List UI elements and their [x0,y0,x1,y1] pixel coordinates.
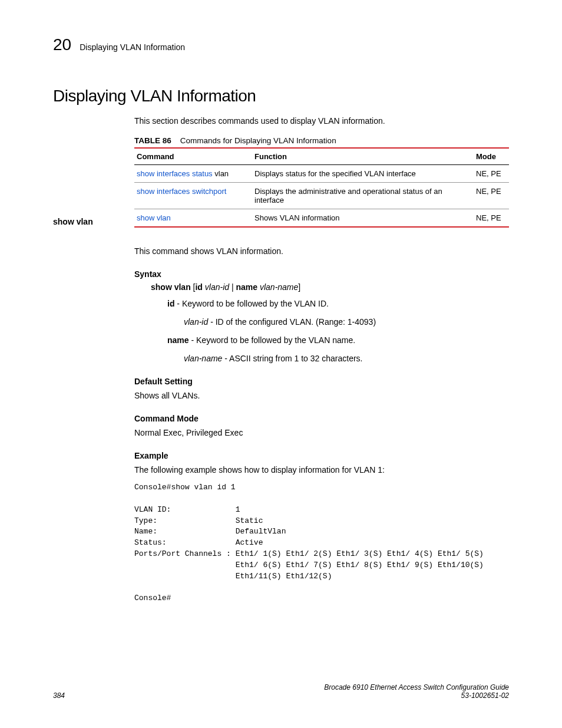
syntax-vlanname: vlan-name - ASCII string from 1 to 32 ch… [184,353,509,365]
syntax-line: show vlan [id vlan-id | name vlan-name] [151,282,509,292]
table-row: show vlan Shows VLAN information NE, PE [134,209,509,228]
header-title: Displaying VLAN Information [80,42,185,52]
table-caption-text: Commands for Displaying VLAN Information [180,136,336,145]
intro-text: This section describes commands used to … [134,116,509,126]
th-mode: Mode [474,148,509,165]
th-command: Command [134,148,252,165]
chapter-number: 20 [53,35,71,54]
example-heading: Example [134,451,509,460]
cmd-mode: NE, PE [474,209,509,228]
cmd-function: Displays the administrative and operatio… [252,183,474,209]
default-text: Shows all VLANs. [134,390,509,402]
table-caption: TABLE 86 Commands for Displaying VLAN In… [134,136,509,145]
example-text: The following example shows how to displ… [134,464,509,476]
cmdmode-text: Normal Exec, Privileged Exec [134,427,509,439]
page-footer: 384 Brocade 6910 Ethernet Access Switch … [53,683,509,700]
console-output: Console#show vlan id 1 VLAN ID: 1 Type: … [134,482,509,604]
syntax-vlanid: vlan-id - ID of the configured VLAN. (Ra… [184,316,509,328]
syntax-id: id - Keyword to be followed by the VLAN … [167,298,509,310]
cmdmode-heading: Command Mode [134,414,509,423]
syntax-heading: Syntax [134,269,509,279]
default-heading: Default Setting [134,377,509,386]
commands-table: Command Function Mode show interfaces st… [134,147,509,228]
cmd-link[interactable]: show interfaces status [137,169,213,178]
table-label: TABLE 86 [134,136,171,145]
footer-book: Brocade 6910 Ethernet Access Switch Conf… [324,683,509,691]
cmd-function: Shows VLAN information [252,209,474,228]
table-row: show interfaces status vlan Displays sta… [134,165,509,183]
syntax-name: name - Keyword to be followed by the VLA… [167,334,509,347]
th-function: Function [252,148,474,165]
cmd-function: Displays status for the specified VLAN i… [252,165,474,183]
footer-docnum: 53-1002651-02 [324,691,509,700]
cmd-mode: NE, PE [474,165,509,183]
table-row: show interfaces switchport Displays the … [134,183,509,209]
cmd-mode: NE, PE [474,183,509,209]
sidebar-command-label: show vlan [53,217,93,226]
cmd-tail: vlan [213,169,229,178]
cmd-link[interactable]: show interfaces switchport [137,187,226,196]
cmd-link[interactable]: show vlan [137,213,171,222]
command-description: This command shows VLAN information. [134,245,509,258]
main-heading: Displaying VLAN Information [53,87,509,106]
page-number: 384 [53,691,65,700]
page-header: 20 Displaying VLAN Information [53,35,509,54]
